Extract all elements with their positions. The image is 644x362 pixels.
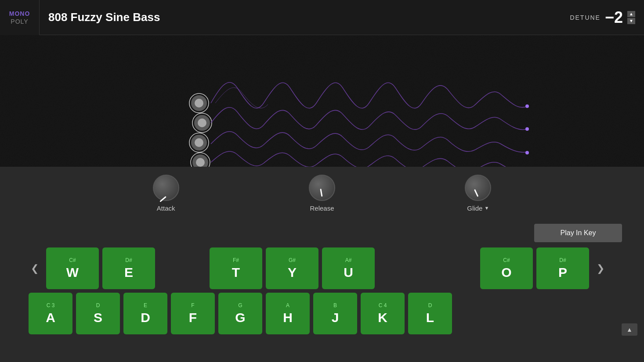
svg-rect-1 bbox=[0, 35, 644, 167]
key-c-sharp-w[interactable]: C# W bbox=[46, 247, 99, 289]
attack-label: Attack bbox=[157, 204, 175, 212]
release-knob[interactable] bbox=[309, 175, 335, 201]
svg-point-13 bbox=[196, 158, 205, 167]
glide-knob[interactable] bbox=[465, 175, 491, 201]
key-d-s[interactable]: D S bbox=[76, 293, 120, 334]
key-a-sharp-u[interactable]: A# U bbox=[322, 247, 375, 289]
key-f-sharp-t[interactable]: F# T bbox=[210, 247, 262, 289]
poly-label[interactable]: POLY bbox=[11, 18, 28, 25]
svg-point-7 bbox=[198, 118, 206, 127]
key-f-f[interactable]: F F bbox=[171, 293, 215, 334]
nav-right-arrow[interactable]: ❯ bbox=[594, 263, 607, 274]
detune-down-arrow[interactable]: ▼ bbox=[627, 18, 635, 24]
keyboard-rows: ❮ C# W D# E F# T G# Y bbox=[0, 247, 644, 334]
keyboard-area: Play In Key ❮ C# W D# E F# T G bbox=[0, 219, 644, 342]
attack-control: Attack bbox=[153, 175, 179, 212]
waveform-display bbox=[0, 35, 644, 167]
key-g-sharp-y[interactable]: G# Y bbox=[266, 247, 318, 289]
key-d-sharp-e[interactable]: D# E bbox=[102, 247, 155, 289]
detune-up-arrow[interactable]: ▲ bbox=[627, 11, 635, 17]
key-e-d[interactable]: E D bbox=[123, 293, 167, 334]
key-g-g[interactable]: G G bbox=[218, 293, 262, 334]
svg-point-4 bbox=[195, 99, 203, 108]
svg-point-15 bbox=[525, 127, 529, 131]
key-b-j[interactable]: B J bbox=[313, 293, 357, 334]
detune-value: −2 bbox=[605, 8, 623, 27]
release-label: Release bbox=[310, 204, 334, 212]
mono-poly-toggle[interactable]: MONO POLY bbox=[0, 0, 40, 35]
svg-point-14 bbox=[525, 104, 529, 108]
nav-left-arrow[interactable]: ❮ bbox=[29, 263, 41, 274]
natural-keys-row: C 3 A D S E D F F G G bbox=[7, 293, 637, 334]
svg-point-16 bbox=[525, 151, 529, 154]
glide-control: Glide ▼ bbox=[465, 175, 491, 212]
controls-area: Attack Release Glide ▼ bbox=[0, 167, 644, 219]
key-c-sharp-o[interactable]: C# O bbox=[480, 247, 533, 289]
key-d-l[interactable]: D L bbox=[408, 293, 452, 334]
detune-label: DETUNE bbox=[570, 14, 601, 21]
glide-dropdown-icon[interactable]: ▼ bbox=[484, 205, 489, 211]
key-d-sharp-p[interactable]: D# P bbox=[536, 247, 589, 289]
svg-point-10 bbox=[195, 138, 203, 147]
attack-knob[interactable] bbox=[153, 175, 179, 201]
detune-section: DETUNE −2 ▲ ▼ bbox=[570, 8, 644, 27]
key-c3-a[interactable]: C 3 A bbox=[29, 293, 72, 334]
mono-label[interactable]: MONO bbox=[9, 10, 30, 17]
scroll-up-button[interactable]: ▲ bbox=[622, 323, 637, 336]
key-a-h[interactable]: A H bbox=[266, 293, 310, 334]
sharp-keys-row: ❮ C# W D# E F# T G# Y bbox=[7, 247, 637, 289]
glide-label[interactable]: Glide ▼ bbox=[467, 204, 489, 212]
key-c4-k[interactable]: C 4 K bbox=[361, 293, 405, 334]
play-in-key-row: Play In Key bbox=[0, 224, 644, 242]
header: MONO POLY 808 Fuzzy Sine Bass DETUNE −2 … bbox=[0, 0, 644, 35]
preset-name: 808 Fuzzy Sine Bass bbox=[40, 11, 570, 24]
waveform-svg bbox=[0, 35, 644, 167]
release-control: Release bbox=[309, 175, 335, 212]
detune-stepper[interactable]: ▲ ▼ bbox=[627, 11, 635, 24]
play-in-key-button[interactable]: Play In Key bbox=[534, 224, 622, 242]
